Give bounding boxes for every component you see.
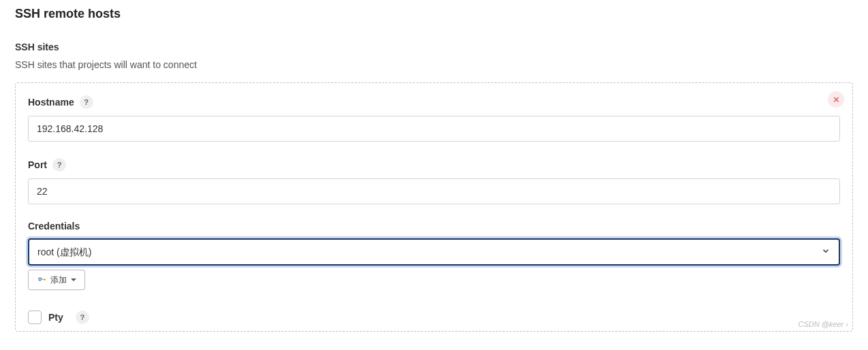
pty-field-group: Pty ?	[28, 311, 840, 324]
caret-down-icon	[71, 279, 76, 281]
credentials-label: Credentials	[28, 221, 80, 232]
watermark: CSDN @keer	[798, 320, 848, 328]
page-title: SSH remote hosts	[15, 7, 853, 21]
hostname-input[interactable]	[28, 116, 840, 142]
section-description: SSH sites that projects will want to con…	[15, 59, 853, 70]
hostname-field-group: Hostname ?	[28, 95, 840, 142]
help-icon[interactable]: ?	[80, 95, 93, 109]
port-label: Port	[28, 159, 47, 170]
pty-label: Pty	[48, 312, 63, 323]
port-input[interactable]	[28, 178, 840, 204]
section-label: SSH sites	[15, 42, 853, 52]
help-icon[interactable]: ?	[76, 311, 89, 324]
ssh-site-entry: ✕ Hostname ? Port ? Credentials root (虚拟…	[15, 82, 853, 332]
help-icon[interactable]: ?	[52, 158, 66, 172]
svg-point-0	[39, 278, 42, 281]
credentials-field-group: Credentials root (虚拟机) 添加	[28, 221, 840, 290]
pty-checkbox[interactable]	[28, 311, 42, 324]
add-button-label: 添加	[50, 274, 67, 286]
key-icon	[37, 274, 46, 286]
credentials-select[interactable]: root (虚拟机)	[28, 238, 840, 266]
port-field-group: Port ?	[28, 158, 840, 204]
close-icon[interactable]: ✕	[828, 91, 844, 108]
add-credentials-button[interactable]: 添加	[28, 270, 85, 290]
hostname-label: Hostname	[28, 97, 74, 108]
